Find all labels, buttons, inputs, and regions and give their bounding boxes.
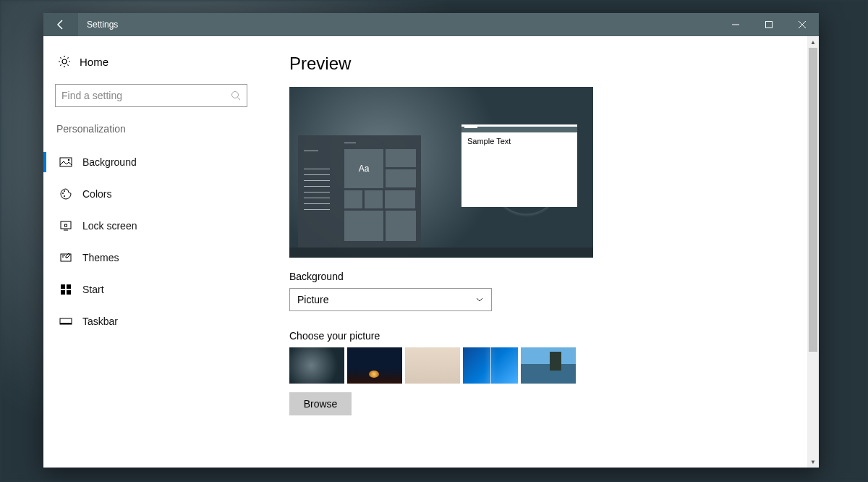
picture-icon: [59, 156, 72, 169]
search-box[interactable]: [55, 84, 247, 107]
nav-themes[interactable]: Themes: [55, 242, 271, 274]
preview-start-menu: Aa: [298, 135, 421, 248]
nav-item-label: Colors: [82, 188, 111, 200]
start-icon: [59, 283, 72, 296]
svg-line-8: [67, 64, 68, 65]
browse-button[interactable]: Browse: [289, 392, 352, 415]
svg-point-16: [64, 190, 65, 192]
svg-point-11: [232, 92, 239, 98]
page-title: Preview: [289, 54, 797, 74]
minimize-icon: [732, 21, 739, 28]
close-icon: [799, 21, 806, 28]
maximize-button[interactable]: [752, 13, 786, 36]
nav-list: Background Colors Lock screen Themes Sta…: [55, 146, 271, 337]
svg-line-9: [60, 64, 61, 65]
titlebar: Settings: [43, 13, 819, 36]
nav-item-label: Background: [82, 156, 137, 168]
vertical-scrollbar[interactable]: ▲ ▼: [807, 36, 819, 468]
picture-thumb-4[interactable]: [463, 347, 518, 384]
home-label: Home: [80, 56, 109, 68]
lockscreen-icon: [59, 219, 72, 232]
preview-taskbar: [289, 248, 593, 258]
dropdown-value: Picture: [297, 294, 329, 305]
svg-rect-1: [766, 22, 773, 28]
scroll-thumb[interactable]: [809, 48, 817, 352]
search-icon: [231, 90, 241, 101]
arrow-left-icon: [55, 19, 67, 30]
picture-thumb-3[interactable]: [405, 347, 460, 384]
chevron-down-icon: [475, 295, 484, 304]
svg-rect-24: [61, 290, 65, 295]
nav-lockscreen[interactable]: Lock screen: [55, 210, 271, 242]
svg-rect-22: [61, 284, 65, 289]
sidebar: Home Personalization Background Colors: [43, 36, 282, 468]
svg-line-10: [67, 57, 68, 58]
svg-rect-25: [67, 290, 71, 295]
svg-line-12: [238, 98, 241, 101]
maximize-icon: [765, 21, 773, 28]
scroll-down-arrow[interactable]: ▼: [807, 456, 819, 468]
svg-rect-27: [60, 323, 72, 324]
svg-line-7: [60, 57, 61, 58]
svg-point-15: [62, 193, 64, 194]
background-dropdown[interactable]: Picture: [289, 288, 492, 311]
scroll-up-arrow[interactable]: ▲: [807, 36, 819, 48]
palette-icon: [59, 187, 72, 200]
section-label: Personalization: [55, 123, 271, 135]
picture-thumb-5[interactable]: [521, 347, 576, 384]
window-body: Home Personalization Background Colors: [43, 36, 819, 468]
preview-sample-text: Sample Text: [461, 132, 577, 150]
svg-rect-18: [61, 221, 71, 229]
preview-sample-window: Sample Text: [461, 124, 577, 207]
svg-point-14: [68, 159, 69, 161]
gear-icon: [58, 55, 71, 68]
nav-item-label: Themes: [82, 252, 119, 263]
themes-icon: [59, 251, 72, 264]
window-controls: [719, 13, 819, 36]
nav-item-label: Taskbar: [82, 316, 118, 327]
background-label: Background: [289, 271, 797, 282]
svg-point-2: [62, 59, 67, 64]
svg-point-17: [64, 195, 65, 197]
nav-taskbar[interactable]: Taskbar: [55, 305, 271, 337]
nav-background[interactable]: Background: [55, 146, 271, 178]
choose-picture-label: Choose your picture: [289, 330, 797, 342]
picture-thumbnails: [289, 347, 797, 384]
nav-item-label: Start: [82, 284, 104, 295]
nav-start[interactable]: Start: [55, 274, 271, 305]
minimize-button[interactable]: [719, 13, 752, 36]
svg-rect-13: [60, 158, 72, 166]
window-title: Settings: [87, 20, 118, 30]
browse-label: Browse: [304, 398, 338, 410]
preview-tile-aa: Aa: [344, 149, 383, 188]
nav-item-label: Lock screen: [82, 220, 137, 232]
close-button[interactable]: [786, 13, 819, 36]
home-nav[interactable]: Home: [55, 49, 271, 74]
svg-rect-23: [67, 284, 71, 289]
taskbar-icon: [59, 315, 72, 328]
back-button[interactable]: [43, 13, 78, 36]
background-preview: Aa: [289, 87, 593, 258]
search-input[interactable]: [61, 90, 231, 101]
settings-window: Settings: [43, 13, 819, 468]
picture-thumb-2[interactable]: [347, 347, 402, 384]
svg-rect-20: [65, 224, 67, 227]
picture-thumb-1[interactable]: [289, 347, 344, 384]
content-area: Preview Aa: [282, 36, 819, 468]
nav-colors[interactable]: Colors: [55, 178, 271, 210]
